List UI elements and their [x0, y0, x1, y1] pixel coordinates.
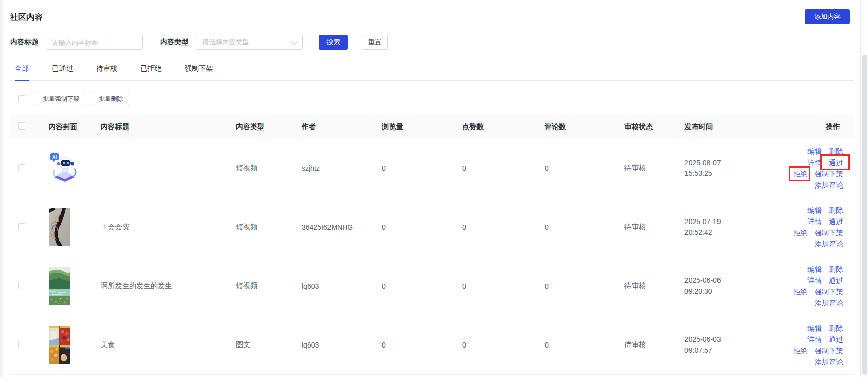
status-tabs: 全部 已通过 待审核 已拒绝 强制下架	[10, 63, 854, 81]
publish-clock: 09:20:30	[684, 286, 758, 297]
action-force-offline-link[interactable]: 强制下架	[815, 227, 843, 238]
action-delete-link[interactable]: 删除	[829, 264, 843, 275]
scrollbar[interactable]	[860, 0, 868, 377]
publish-time-cell: 2025-07-19 20:52:42	[684, 198, 758, 257]
action-detail-link[interactable]: 详情	[807, 157, 822, 168]
action-delete-link[interactable]: 删除	[829, 323, 843, 334]
tab-approved[interactable]: 已通过	[52, 63, 73, 80]
table-row: 工会会费 短视频 36425I62MNHG 0 0 0 待审核 2025-07-…	[10, 198, 854, 257]
likes-cell: 0	[462, 257, 545, 316]
author-cell: lq603	[302, 316, 382, 374]
filter-bar: 内容标题 内容类型 请选择内容类型 搜索 重置	[10, 35, 854, 50]
add-content-button[interactable]: 添加内容	[805, 9, 850, 24]
action-approve-link[interactable]: 通过	[829, 157, 843, 168]
action-add-comment-link[interactable]: 添加评论	[815, 238, 843, 249]
page-title: 社区内容	[10, 12, 854, 22]
cover-thumbnail[interactable]: AI	[49, 151, 101, 185]
likes-cell: 0	[462, 139, 545, 198]
col-title: 内容标题	[101, 115, 236, 139]
tab-rejected[interactable]: 已拒绝	[140, 63, 162, 80]
batch-delete-button[interactable]: 批量删除	[93, 92, 129, 105]
content-title-cell: 工会会费	[101, 198, 236, 257]
publish-date: 2025-07-19	[684, 216, 758, 227]
cover-thumbnail[interactable]	[49, 326, 101, 364]
content-type-cell: 短视频	[236, 257, 302, 316]
action-approve-link[interactable]: 通过	[829, 334, 843, 345]
page-header: 社区内容 添加内容	[10, 12, 854, 22]
col-likes: 点赞数	[462, 115, 545, 139]
action-edit-link[interactable]: 编辑	[807, 323, 822, 334]
comments-cell: 0	[545, 139, 624, 198]
publish-date: 2025-06-03	[684, 334, 758, 345]
action-force-offline-link[interactable]: 强制下架	[815, 168, 843, 179]
reset-button[interactable]: 重置	[362, 35, 388, 50]
ai-robot-cover-image: AI	[49, 151, 80, 185]
status-cell: 待审核	[624, 316, 684, 374]
row-checkbox[interactable]	[18, 223, 25, 230]
publish-time-cell: 2025-08-07 15:53:25	[684, 139, 758, 198]
action-detail-link[interactable]: 详情	[807, 275, 822, 286]
stripped-cables-cover-image	[49, 208, 70, 246]
actions-cell: 编辑 删除 详情 通过 拒绝 强制下架 添加评论	[758, 257, 854, 316]
action-delete-link[interactable]: 删除	[829, 205, 843, 216]
action-approve-link[interactable]: 通过	[829, 275, 843, 286]
row-checkbox[interactable]	[18, 341, 25, 348]
col-author: 作者	[302, 115, 382, 139]
content-title-cell: 美食	[101, 316, 236, 374]
action-add-comment-link[interactable]: 添加评论	[815, 356, 843, 367]
action-delete-link[interactable]: 删除	[829, 146, 843, 157]
chevron-down-icon	[291, 38, 298, 45]
table-row: 美食 图文 lq603 0 0 0 待审核 2025-06-03 09:07:5…	[10, 316, 854, 374]
content-type-cell: 短视频	[236, 139, 302, 198]
tab-all[interactable]: 全部	[15, 63, 29, 81]
scrollbar-thumb[interactable]	[862, 55, 867, 375]
action-detail-link[interactable]: 详情	[807, 216, 822, 227]
status-cell: 待审核	[624, 139, 684, 198]
col-type: 内容类型	[236, 115, 302, 139]
svg-text:AI: AI	[52, 154, 57, 160]
author-cell: szjhtz	[302, 139, 382, 198]
tab-force-offline[interactable]: 强制下架	[185, 63, 213, 80]
batch-select-checkbox[interactable]	[18, 95, 25, 102]
action-force-offline-link[interactable]: 强制下架	[815, 345, 843, 356]
publish-date: 2025-06-06	[684, 275, 758, 286]
header-select-all-checkbox[interactable]	[18, 122, 25, 130]
action-reject-link[interactable]: 拒绝	[793, 286, 807, 297]
content-title-cell: 啊所发生的发生的发生	[101, 257, 236, 316]
batch-action-bar: 批量强制下架 批量删除	[10, 92, 854, 105]
publish-date: 2025-08-07	[684, 158, 758, 168]
status-cell: 待审核	[624, 257, 684, 316]
action-edit-link[interactable]: 编辑	[807, 205, 822, 216]
content-type-select-value: 请选择内容类型	[202, 38, 249, 47]
action-edit-link[interactable]: 编辑	[807, 146, 822, 157]
col-views: 浏览量	[382, 115, 462, 139]
action-force-offline-link[interactable]: 强制下架	[815, 286, 843, 297]
views-cell: 0	[382, 198, 462, 257]
action-reject-link[interactable]: 拒绝	[793, 227, 807, 238]
row-checkbox[interactable]	[18, 164, 25, 171]
views-cell: 0	[382, 139, 462, 198]
batch-force-offline-button[interactable]: 批量强制下架	[37, 92, 85, 105]
cover-thumbnail[interactable]	[49, 267, 101, 305]
action-approve-link[interactable]: 通过	[829, 216, 843, 227]
publish-clock: 09:07:57	[684, 345, 758, 356]
publish-clock: 15:53:25	[684, 168, 758, 179]
row-checkbox[interactable]	[18, 282, 25, 289]
content-table: 内容封面 内容标题 内容类型 作者 浏览量 点赞数 评论数 审核状态 发布时间 …	[10, 115, 854, 375]
action-add-comment-link[interactable]: 添加评论	[815, 297, 843, 308]
action-reject-link[interactable]: 拒绝	[793, 345, 807, 356]
action-reject-link[interactable]: 拒绝	[793, 168, 807, 179]
action-edit-link[interactable]: 编辑	[807, 264, 822, 275]
content-card: 社区内容 添加内容 内容标题 内容类型 请选择内容类型 搜索 重置 全部 已通过…	[3, 0, 860, 377]
content-type-select[interactable]: 请选择内容类型	[196, 35, 303, 50]
action-add-comment-link[interactable]: 添加评论	[815, 179, 843, 191]
tab-pending[interactable]: 待审核	[96, 63, 117, 80]
cover-thumbnail[interactable]	[49, 208, 101, 246]
comments-cell: 0	[545, 198, 624, 257]
actions-cell: 编辑 删除 详情 通过 拒绝 强制下架 添加评论	[758, 316, 854, 374]
action-detail-link[interactable]: 详情	[807, 334, 822, 345]
green-landscape-cover-image	[49, 267, 70, 305]
col-status: 审核状态	[624, 115, 684, 139]
content-title-input[interactable]	[46, 35, 143, 50]
search-button[interactable]: 搜索	[319, 35, 348, 50]
